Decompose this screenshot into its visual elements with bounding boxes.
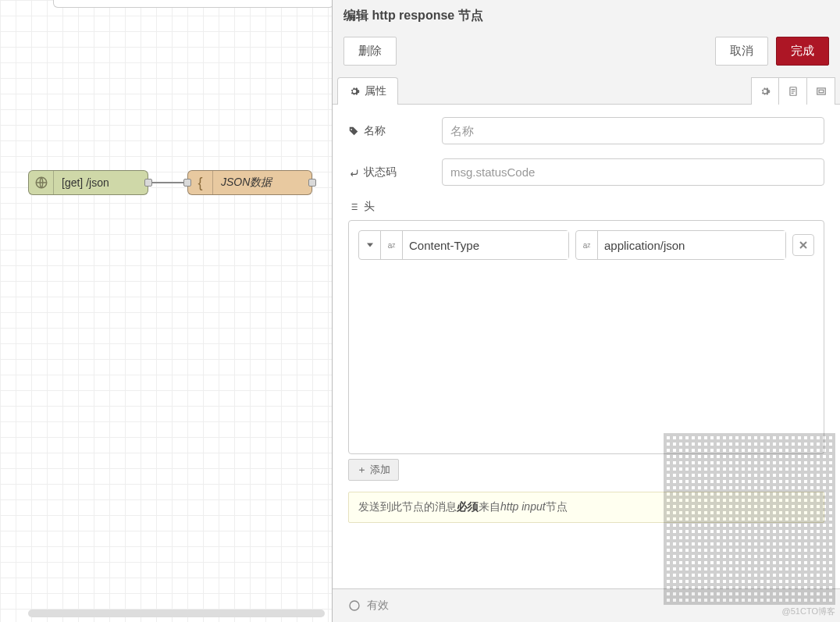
- port-out[interactable]: [144, 179, 152, 187]
- svg-rect-3: [819, 90, 824, 93]
- header-key-field[interactable]: [403, 231, 568, 259]
- port-out[interactable]: [308, 179, 316, 187]
- type-dropdown[interactable]: [359, 231, 381, 259]
- cancel-button[interactable]: 取消: [715, 37, 768, 66]
- toggle-label: 有效: [367, 599, 389, 613]
- status-row: 状态码: [348, 158, 824, 186]
- header-val-input[interactable]: az: [575, 230, 786, 260]
- status-label-wrap: 状态码: [348, 165, 434, 179]
- status-input[interactable]: [442, 158, 824, 186]
- node-json-label: JSON数据: [213, 176, 279, 190]
- headers-label-wrap: 头: [348, 200, 824, 214]
- status-label: 状态码: [364, 165, 397, 179]
- delete-button[interactable]: 删除: [343, 37, 397, 66]
- header-val-field[interactable]: [598, 231, 785, 259]
- string-type-icon: az: [381, 231, 403, 259]
- node-http-in-label: [get] /json: [54, 176, 117, 189]
- gear-icon: [760, 86, 771, 97]
- tab-appearance-button[interactable]: [807, 77, 835, 105]
- list-icon: [348, 201, 359, 212]
- done-button[interactable]: 完成: [776, 37, 829, 66]
- horizontal-scrollbar[interactable]: [28, 610, 325, 617]
- footer-row: 有效: [333, 588, 840, 622]
- node-http-in[interactable]: [get] /json: [28, 170, 148, 195]
- port-in[interactable]: [183, 179, 191, 187]
- edit-panel: 编辑 http response 节点 删除 取消 完成 属性: [332, 0, 840, 622]
- brace-icon: {: [188, 171, 213, 194]
- tab-properties[interactable]: 属性: [337, 77, 398, 105]
- name-label-wrap: 名称: [348, 124, 434, 138]
- name-row: 名称: [348, 117, 824, 144]
- tag-icon: [348, 126, 359, 137]
- grid-background: [0, 0, 332, 622]
- headers-label: 头: [364, 200, 375, 214]
- document-icon: [788, 86, 799, 97]
- tabs-row: 属性: [333, 76, 840, 105]
- panel-title: 编辑 http response 节点: [343, 8, 829, 24]
- header-row: az az: [358, 230, 814, 260]
- svg-point-4: [350, 601, 359, 610]
- toggle-icon[interactable]: [348, 599, 361, 612]
- form-body: 名称 状态码 头: [333, 105, 840, 588]
- tab-docs-button[interactable]: [779, 77, 807, 105]
- layout-icon: [816, 86, 827, 97]
- plus-icon: ＋: [357, 463, 367, 477]
- reply-icon: [348, 167, 359, 178]
- watermark-text: @51CTO博客: [782, 606, 835, 617]
- gear-icon: [349, 86, 360, 97]
- name-input[interactable]: [442, 117, 824, 144]
- name-label: 名称: [364, 124, 386, 138]
- svg-rect-2: [817, 88, 825, 94]
- panel-actions: 删除 取消 完成: [333, 30, 840, 76]
- add-header-button[interactable]: ＋ 添加: [348, 459, 399, 481]
- tip-box: 发送到此节点的消息必须来自http input节点: [348, 492, 824, 523]
- node-wire[interactable]: [148, 182, 187, 183]
- globe-icon: [29, 171, 54, 194]
- workspace-canvas[interactable]: [get] /json { JSON数据: [0, 0, 332, 622]
- header-key-input[interactable]: az: [358, 230, 569, 260]
- add-label: 添加: [370, 463, 390, 477]
- headers-list: az az: [348, 220, 824, 454]
- delete-header-button[interactable]: [792, 234, 814, 256]
- tab-settings-button[interactable]: [751, 77, 779, 105]
- tab-properties-label: 属性: [365, 84, 386, 98]
- panel-header: 编辑 http response 节点: [333, 0, 840, 30]
- tab-cutout: [53, 0, 334, 8]
- node-json[interactable]: { JSON数据: [187, 170, 312, 195]
- string-type-icon: az: [576, 231, 598, 259]
